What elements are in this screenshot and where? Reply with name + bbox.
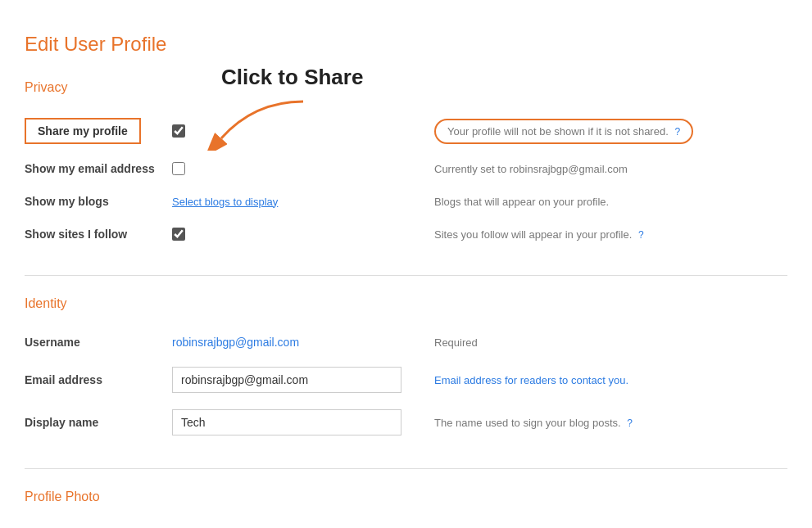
profile-photo-section: Profile Photo: [25, 490, 787, 504]
show-sites-label: Show sites I follow: [25, 228, 172, 241]
show-email-label: Show my email address: [25, 162, 172, 175]
privacy-identity-divider: [25, 275, 787, 276]
display-name-hint: The name used to sign your blog posts. ?: [434, 417, 787, 429]
username-value: robinsrajbgp@gmail.com: [172, 336, 299, 349]
username-label: Username: [25, 336, 172, 349]
page-title: Edit User Profile: [25, 33, 787, 56]
show-email-row: Show my email address Currently set to r…: [25, 152, 787, 185]
email-address-input[interactable]: [172, 367, 401, 393]
display-name-input[interactable]: [172, 409, 401, 435]
profile-photo-section-title: Profile Photo: [25, 490, 787, 504]
share-profile-hint: Your profile will not be shown if it is …: [434, 119, 787, 144]
share-profile-hint-question[interactable]: ?: [674, 126, 680, 138]
share-profile-control: [172, 124, 410, 138]
show-blogs-control: Select blogs to display: [172, 196, 410, 208]
show-sites-hint-question[interactable]: ?: [638, 229, 644, 241]
privacy-section-title: Privacy: [25, 80, 787, 95]
privacy-section: Privacy Click to Share Share my profile: [25, 80, 787, 250]
display-name-label: Display name: [25, 416, 172, 429]
click-to-share-label: Click to Share: [221, 65, 363, 90]
share-profile-row: Click to Share Share my profile Your pro…: [25, 110, 787, 152]
username-hint: Required: [434, 336, 787, 349]
email-address-row: Email address Email address for readers …: [25, 359, 787, 401]
username-control: robinsrajbgp@gmail.com: [172, 336, 410, 349]
display-name-row: Display name The name used to sign your …: [25, 401, 787, 444]
display-name-control: [172, 409, 410, 435]
share-profile-label: Share my profile: [25, 118, 172, 144]
email-address-control: [172, 367, 410, 393]
page-container: Edit User Profile Privacy Click to Share…: [0, 0, 812, 528]
show-blogs-hint: Blogs that will appear on your profile.: [434, 196, 787, 208]
identity-section: Identity Username robinsrajbgp@gmail.com…: [25, 296, 787, 444]
username-row: Username robinsrajbgp@gmail.com Required: [25, 326, 787, 359]
show-email-checkbox[interactable]: [172, 162, 185, 175]
show-blogs-label: Show my blogs: [25, 195, 172, 208]
show-sites-checkbox[interactable]: [172, 228, 185, 241]
share-my-profile-button[interactable]: Share my profile: [25, 118, 141, 144]
email-address-hint: Email address for readers to contact you…: [434, 374, 787, 386]
identity-photo-divider: [25, 468, 787, 469]
show-sites-control: [172, 228, 410, 241]
arrow-annotation: [188, 93, 320, 151]
share-profile-checkbox[interactable]: [172, 124, 185, 138]
show-sites-hint: Sites you follow will appear in your pro…: [434, 228, 787, 241]
show-email-hint: Currently set to robinsrajbgp@gmail.com: [434, 163, 787, 175]
show-sites-row: Show sites I follow Sites you follow wil…: [25, 218, 787, 250]
display-name-hint-question[interactable]: ?: [627, 417, 633, 429]
email-address-label: Email address: [25, 373, 172, 386]
select-blogs-link[interactable]: Select blogs to display: [172, 196, 278, 208]
share-profile-hint-boxed: Your profile will not be shown if it is …: [434, 119, 693, 144]
show-blogs-row: Show my blogs Select blogs to display Bl…: [25, 185, 787, 218]
identity-section-title: Identity: [25, 296, 787, 311]
show-email-control: [172, 162, 410, 175]
